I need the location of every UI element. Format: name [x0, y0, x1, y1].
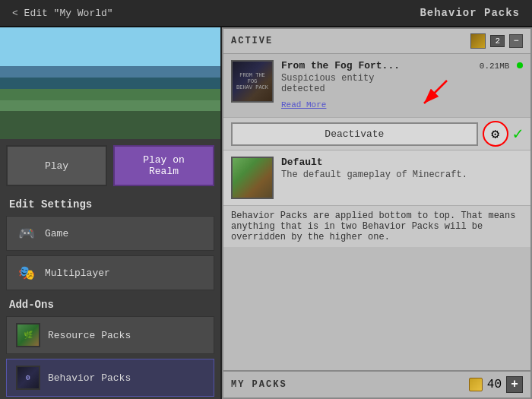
multiplayer-icon: 🎭	[16, 262, 37, 283]
sidebar-item-resource-packs[interactable]: 🌿 Resource Packs	[6, 316, 214, 354]
resource-packs-label: Resource Packs	[48, 330, 131, 341]
active-section-header: ACTIVE 2 −	[223, 29, 530, 54]
default-pack-name: Default	[281, 157, 467, 168]
sidebar-item-game[interactable]: 🎮 Game	[6, 216, 214, 251]
my-packs-section: MY PACKS 40 +	[223, 370, 530, 397]
arrow-annotation	[401, 77, 492, 115]
sidebar-item-label: Game	[45, 228, 68, 239]
pack-small-icon	[470, 33, 486, 49]
add-packs-button[interactable]: +	[506, 376, 523, 393]
count-badge: 2	[490, 35, 505, 47]
default-pack-description: The default gameplay of Minecraft.	[281, 169, 467, 180]
play-buttons: Play Play onRealm	[0, 139, 220, 192]
play-realm-button[interactable]: Play onRealm	[113, 145, 214, 186]
my-packs-right: 40 +	[469, 376, 523, 393]
online-indicator	[517, 62, 523, 68]
play-button[interactable]: Play	[6, 145, 107, 186]
fog-pack-size: 0.21MB	[480, 62, 523, 71]
coins-icon	[469, 378, 483, 391]
addons-label: Add-Ons	[0, 293, 220, 314]
sidebar: Play Play onRealm Edit Settings 🎮 Game 🎭…	[0, 27, 222, 399]
back-button[interactable]: < Edit "My World"	[12, 8, 113, 19]
sidebar-item-multiplayer[interactable]: 🎭 Multiplayer	[6, 255, 214, 290]
my-packs-label: MY PACKS	[231, 379, 287, 390]
deactivate-bar: Deactivate ⚙ ✓	[223, 117, 530, 150]
active-count: 2 −	[470, 33, 523, 49]
sidebar-item-behavior-packs[interactable]: ⚙️ Behavior Packs	[6, 359, 214, 397]
behavior-packs-icon: ⚙️	[16, 366, 40, 390]
main-layout: Play Play onRealm Edit Settings 🎮 Game 🎭…	[0, 27, 532, 399]
world-background	[0, 27, 220, 139]
default-pack-info: Default The default gameplay of Minecraf…	[281, 157, 467, 180]
active-label: ACTIVE	[231, 36, 273, 46]
gear-button[interactable]: ⚙	[483, 121, 508, 147]
default-pack-item: Default The default gameplay of Minecraf…	[223, 150, 530, 205]
content-panel: ACTIVE 2 − FROM THE FOGBEHAV PACK From t…	[222, 27, 532, 399]
fog-pack-thumbnail: FROM THE FOGBEHAV PACK	[231, 60, 274, 103]
fog-pack-name: From the Fog Fort...	[281, 60, 400, 71]
header: < Edit "My World" Behavior Packs	[0, 0, 532, 27]
minimize-button[interactable]: −	[509, 34, 523, 48]
fog-pack-item: FROM THE FOGBEHAV PACK From the Fog Fort…	[223, 54, 530, 117]
check-icon: ✓	[513, 124, 523, 144]
gear-icon: ⚙	[491, 125, 499, 142]
resource-packs-icon: 🌿	[16, 323, 40, 347]
info-text: Behavior Packs are applied bottom to top…	[223, 205, 530, 247]
default-pack-thumbnail	[231, 157, 274, 199]
world-preview	[0, 27, 220, 139]
deactivate-button[interactable]: Deactivate	[231, 122, 478, 146]
fog-pack-image: FROM THE FOGBEHAV PACK	[233, 62, 272, 101]
fog-pack-info: From the Fog Fort... 0.21MB Suspicious e…	[281, 60, 523, 111]
sidebar-item-label: Multiplayer	[45, 268, 110, 279]
read-more-link[interactable]: Read More	[281, 100, 326, 109]
behavior-packs-label: Behavior Packs	[48, 372, 131, 384]
my-packs-count: 40	[487, 378, 502, 391]
game-icon: 🎮	[16, 223, 37, 244]
page-title: Behavior Packs	[420, 7, 520, 19]
edit-settings-label: Edit Settings	[0, 192, 220, 214]
